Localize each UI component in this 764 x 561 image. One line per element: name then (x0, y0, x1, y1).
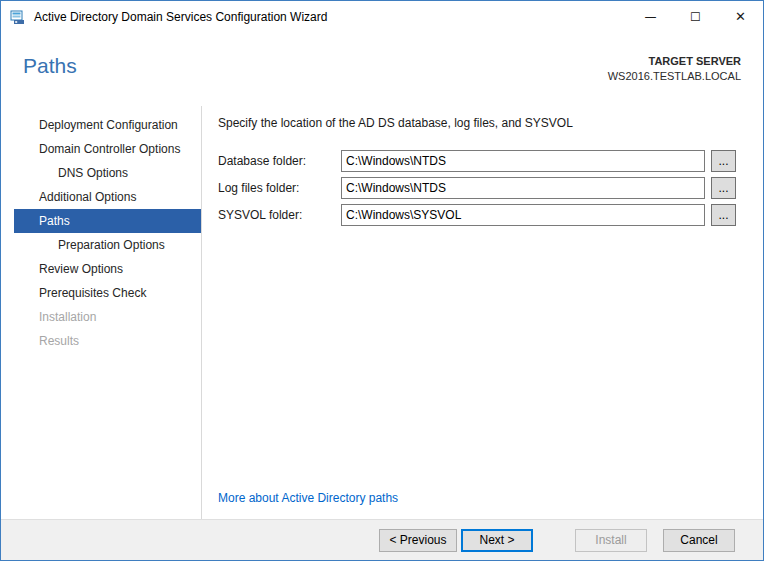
page-title: Paths (23, 54, 77, 106)
target-server-label: TARGET SERVER (608, 54, 741, 69)
wizard-steps-sidebar: Deployment Configuration Domain Controll… (1, 106, 201, 519)
log-files-folder-label: Log files folder: (218, 181, 341, 195)
sidebar-item-domain-controller-options[interactable]: Domain Controller Options (1, 137, 201, 161)
wizard-body: Deployment Configuration Domain Controll… (1, 106, 763, 519)
database-folder-input[interactable] (341, 150, 705, 172)
titlebar: Active Directory Domain Services Configu… (1, 1, 763, 32)
cancel-button[interactable]: Cancel (663, 529, 735, 552)
instruction-text: Specify the location of the AD DS databa… (218, 116, 736, 130)
next-button[interactable]: Next > (461, 529, 533, 552)
install-button: Install (575, 529, 647, 552)
sidebar-item-review-options[interactable]: Review Options (1, 257, 201, 281)
minimize-icon[interactable]: — (628, 1, 673, 32)
database-folder-row: Database folder: ... (218, 150, 736, 172)
sysvol-folder-row: SYSVOL folder: ... (218, 204, 736, 226)
sidebar-item-paths[interactable]: Paths (14, 209, 201, 233)
more-about-paths-link[interactable]: More about Active Directory paths (218, 491, 398, 505)
sidebar-item-installation: Installation (1, 305, 201, 329)
addsw-app-icon (10, 9, 26, 25)
previous-button[interactable]: < Previous (379, 529, 457, 552)
database-folder-browse-button[interactable]: ... (711, 150, 736, 172)
target-server-block: TARGET SERVER WS2016.TESTLAB.LOCAL (608, 54, 741, 106)
sidebar-item-deployment-configuration[interactable]: Deployment Configuration (1, 113, 201, 137)
sysvol-folder-label: SYSVOL folder: (218, 208, 341, 222)
wizard-header: Paths TARGET SERVER WS2016.TESTLAB.LOCAL (1, 32, 763, 106)
sidebar-item-results: Results (1, 329, 201, 353)
sidebar-item-dns-options[interactable]: DNS Options (1, 161, 201, 185)
sidebar-item-additional-options[interactable]: Additional Options (1, 185, 201, 209)
wizard-footer: < Previous Next > Install Cancel (1, 519, 763, 560)
target-server-value: WS2016.TESTLAB.LOCAL (608, 69, 741, 84)
window-title: Active Directory Domain Services Configu… (34, 10, 327, 24)
database-folder-label: Database folder: (218, 154, 341, 168)
wizard-window: Active Directory Domain Services Configu… (0, 0, 764, 561)
sysvol-folder-browse-button[interactable]: ... (711, 204, 736, 226)
sidebar-item-prerequisites-check[interactable]: Prerequisites Check (1, 281, 201, 305)
log-files-folder-input[interactable] (341, 177, 705, 199)
window-controls: — ☐ ✕ (628, 1, 763, 32)
paths-content: Specify the location of the AD DS databa… (202, 106, 763, 519)
sysvol-folder-input[interactable] (341, 204, 705, 226)
close-icon[interactable]: ✕ (718, 1, 763, 32)
log-files-folder-browse-button[interactable]: ... (711, 177, 736, 199)
sidebar-item-preparation-options[interactable]: Preparation Options (1, 233, 201, 257)
log-files-folder-row: Log files folder: ... (218, 177, 736, 199)
maximize-icon[interactable]: ☐ (673, 1, 718, 32)
